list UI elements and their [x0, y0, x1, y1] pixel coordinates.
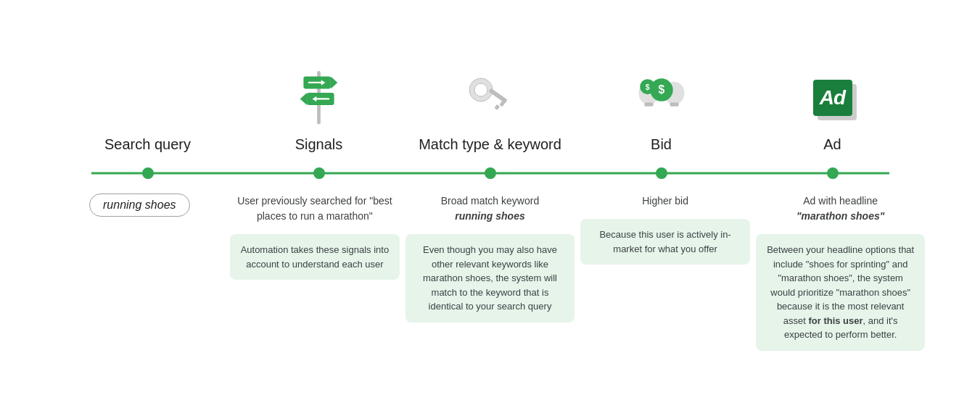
svg-point-10 — [474, 83, 487, 96]
bid-content: Higher bid Because this user is actively… — [580, 194, 750, 265]
match-type-main-text: Broad match keyword running shoes — [441, 194, 539, 224]
svg-text:$: $ — [645, 83, 649, 91]
dot-4-wrapper — [576, 167, 747, 179]
match-type-content: Broad match keyword running shoes Even t… — [405, 194, 575, 323]
svg-rect-13 — [494, 104, 500, 110]
signals-main-text: User previously searched for "best place… — [230, 194, 400, 224]
svg-marker-6 — [300, 93, 307, 105]
svg-rect-17 — [670, 103, 678, 107]
ad-green-box: Between your headline options that inclu… — [756, 234, 926, 351]
bid-icon-area: $ $ — [636, 65, 687, 130]
ad-icon-area: Ad — [813, 65, 852, 130]
match-type-label: Match type & keyword — [419, 136, 561, 153]
ad-front: Ad — [813, 80, 852, 116]
bid-label: Bid — [651, 136, 672, 153]
ad-content: Ad with headline "marathon shoes" Betwee… — [756, 194, 926, 351]
running-shoes-pill: running shoes — [89, 194, 190, 217]
svg-marker-2 — [331, 76, 337, 88]
dot-2-wrapper — [234, 167, 405, 179]
for-this-user-bold: for this user — [808, 315, 862, 326]
running-shoes-keyword: running shoes — [455, 210, 524, 222]
svg-text:$: $ — [658, 84, 664, 96]
ad-with-headline: Ad with headline — [803, 195, 878, 207]
timeline-dot-1 — [142, 167, 154, 179]
match-type-green-box: Even though you may also have other rele… — [405, 234, 575, 323]
ad-headline-line1: Ad with headline "marathon shoes" — [796, 194, 884, 224]
broad-match-line1: Broad match keyword — [441, 195, 539, 207]
timeline-dot-3 — [485, 167, 496, 179]
signpost-icon-area — [295, 65, 342, 130]
search-query-label: Search query — [104, 136, 191, 153]
signals-content: User previously searched for "best place… — [230, 194, 400, 280]
col-signals: Signals — [234, 65, 405, 162]
dot-1-wrapper — [62, 167, 234, 179]
diagram: Search query — [26, 51, 955, 365]
col-bid: $ $ Bid — [576, 65, 747, 162]
dot-5-wrapper — [747, 167, 918, 179]
signals-label: Signals — [295, 136, 343, 153]
bid-green-box: Because this user is actively in-market … — [580, 219, 750, 265]
icons-row: Search query — [48, 65, 933, 162]
col-ad: Ad Ad — [747, 65, 918, 162]
signals-green-box: Automation takes these signals into acco… — [230, 234, 400, 280]
col-match-type: Match type & keyword — [405, 65, 576, 162]
content-row: running shoes User previously searched f… — [48, 194, 933, 351]
search-query-content: running shoes — [55, 194, 225, 217]
marathon-shoes-headline: "marathon shoes" — [796, 210, 884, 222]
timeline — [48, 167, 933, 179]
timeline-dot-5 — [827, 167, 839, 179]
key-icon-area — [465, 65, 516, 130]
timeline-dot-2 — [313, 167, 325, 179]
bid-main-text: Higher bid — [642, 194, 688, 209]
ad-icon-stack: Ad — [813, 80, 852, 116]
svg-rect-15 — [644, 103, 653, 107]
col-search-query: Search query — [62, 65, 234, 162]
dot-3-wrapper — [405, 167, 576, 179]
timeline-dot-4 — [656, 167, 667, 179]
ad-icon-text: Ad — [820, 86, 845, 109]
ad-label: Ad — [823, 136, 841, 153]
